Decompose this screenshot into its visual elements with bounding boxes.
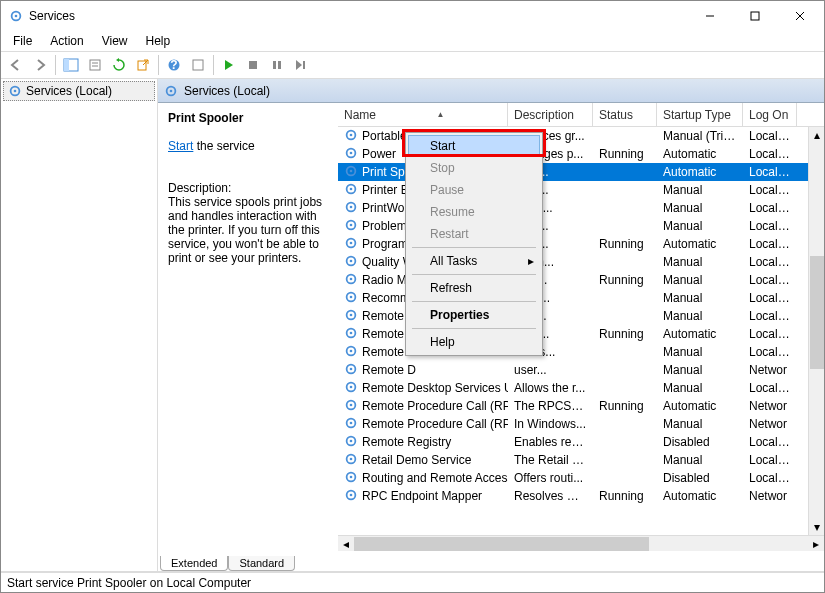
svg-point-40 bbox=[350, 277, 353, 280]
scroll-left-icon[interactable]: ◂ bbox=[338, 536, 354, 552]
ctx-restart: Restart bbox=[408, 223, 540, 245]
menu-file[interactable]: File bbox=[5, 32, 40, 50]
cell-logon: Networ bbox=[743, 363, 797, 377]
gear-icon bbox=[344, 488, 358, 505]
service-row[interactable]: Routing and Remote AccessOffers routi...… bbox=[338, 469, 824, 487]
cell-startup: Automatic bbox=[657, 489, 743, 503]
svg-rect-14 bbox=[193, 60, 203, 70]
gear-icon bbox=[344, 362, 358, 379]
tree-node-label: Services (Local) bbox=[26, 84, 112, 98]
tab-standard[interactable]: Standard bbox=[228, 556, 295, 571]
svg-rect-17 bbox=[278, 61, 281, 69]
restart-icon[interactable] bbox=[290, 54, 312, 76]
service-row[interactable]: Remote RegistryEnables rem...DisabledLoc… bbox=[338, 433, 824, 451]
service-row[interactable]: Remote Desktop Services U...Allows the r… bbox=[338, 379, 824, 397]
menu-action[interactable]: Action bbox=[42, 32, 91, 50]
scroll-right-icon[interactable]: ▸ bbox=[808, 536, 824, 552]
minimize-button[interactable] bbox=[687, 2, 732, 30]
svg-point-36 bbox=[350, 241, 353, 244]
detail-panel: Print Spooler Start the service Descript… bbox=[158, 103, 338, 551]
cell-startup: Manual bbox=[657, 309, 743, 323]
cell-logon: Local Sy bbox=[743, 471, 797, 485]
cell-logon: Local Se bbox=[743, 435, 797, 449]
cell-status: Running bbox=[593, 399, 657, 413]
services-window: Services File Action View Help ? bbox=[0, 0, 825, 593]
ctx-alltasks[interactable]: All Tasks▸ bbox=[408, 250, 540, 272]
gear-icon bbox=[344, 326, 358, 343]
svg-point-38 bbox=[350, 259, 353, 262]
cell-startup: Manual bbox=[657, 363, 743, 377]
h-thumb[interactable] bbox=[354, 537, 649, 551]
service-row[interactable]: Remote Duser...ManualNetwor bbox=[338, 361, 824, 379]
scroll-down-icon[interactable]: ▾ bbox=[809, 519, 824, 535]
svg-point-52 bbox=[350, 385, 353, 388]
ctx-resume: Resume bbox=[408, 201, 540, 223]
sort-asc-icon: ▲ bbox=[380, 110, 501, 119]
gear-icon bbox=[344, 434, 358, 451]
v-thumb[interactable] bbox=[810, 256, 824, 369]
cell-startup: Automatic bbox=[657, 399, 743, 413]
close-button[interactable] bbox=[777, 2, 822, 30]
back-icon[interactable] bbox=[5, 54, 27, 76]
cell-desc: Offers routi... bbox=[508, 471, 593, 485]
vertical-scrollbar[interactable]: ▴ ▾ bbox=[808, 127, 824, 535]
cell-desc: Enables rem... bbox=[508, 435, 593, 449]
ctx-help[interactable]: Help bbox=[408, 331, 540, 353]
ctx-start[interactable]: Start bbox=[408, 135, 540, 157]
ctx-properties[interactable]: Properties bbox=[408, 304, 540, 326]
cell-startup: Manual bbox=[657, 255, 743, 269]
show-hide-tree-icon[interactable] bbox=[60, 54, 82, 76]
service-row[interactable]: Remote Procedure Call (RPC)The RPCSS s..… bbox=[338, 397, 824, 415]
export-icon[interactable] bbox=[132, 54, 154, 76]
maximize-button[interactable] bbox=[732, 2, 777, 30]
tab-extended[interactable]: Extended bbox=[160, 556, 228, 571]
gear-icon bbox=[344, 254, 358, 271]
ctx-refresh[interactable]: Refresh bbox=[408, 277, 540, 299]
content-header: Services (Local) bbox=[158, 79, 824, 103]
help-icon[interactable]: ? bbox=[163, 54, 185, 76]
scroll-up-icon[interactable]: ▴ bbox=[809, 127, 824, 143]
svg-rect-11 bbox=[138, 61, 146, 70]
cell-startup: Automatic bbox=[657, 237, 743, 251]
forward-icon[interactable] bbox=[29, 54, 51, 76]
col-status[interactable]: Status bbox=[593, 103, 657, 126]
horizontal-scrollbar[interactable]: ◂ ▸ bbox=[338, 535, 824, 551]
service-row[interactable]: Retail Demo ServiceThe Retail D...Manual… bbox=[338, 451, 824, 469]
cell-startup: Disabled bbox=[657, 471, 743, 485]
titlebar: Services bbox=[1, 1, 824, 31]
col-logon[interactable]: Log On bbox=[743, 103, 797, 126]
svg-rect-18 bbox=[303, 61, 305, 69]
cell-status: Running bbox=[593, 327, 657, 341]
svg-point-46 bbox=[350, 331, 353, 334]
col-startup[interactable]: Startup Type bbox=[657, 103, 743, 126]
start-icon[interactable] bbox=[218, 54, 240, 76]
service-row[interactable]: RPC Endpoint MapperResolves RP...Running… bbox=[338, 487, 824, 505]
menu-view[interactable]: View bbox=[94, 32, 136, 50]
svg-point-54 bbox=[350, 403, 353, 406]
cell-logon: Networ bbox=[743, 417, 797, 431]
cell-startup: Manual bbox=[657, 201, 743, 215]
gear-icon bbox=[344, 182, 358, 199]
column-headers: Name▲ Description Status Startup Type Lo… bbox=[338, 103, 824, 127]
menu-help[interactable]: Help bbox=[138, 32, 179, 50]
gear-icon bbox=[344, 272, 358, 289]
gear-icon bbox=[344, 344, 358, 361]
cell-logon: Local Sy bbox=[743, 219, 797, 233]
properties-icon[interactable] bbox=[84, 54, 106, 76]
service-row[interactable]: Remote Procedure Call (RP...In Windows..… bbox=[338, 415, 824, 433]
col-name[interactable]: Name▲ bbox=[338, 103, 508, 126]
svg-point-42 bbox=[350, 295, 353, 298]
cell-logon: Local Sy bbox=[743, 147, 797, 161]
start-link[interactable]: Start bbox=[168, 139, 193, 153]
cell-logon: Local Sy bbox=[743, 237, 797, 251]
svg-text:?: ? bbox=[170, 58, 177, 72]
cell-name: Remote Procedure Call (RP... bbox=[362, 417, 508, 431]
refresh-icon[interactable] bbox=[108, 54, 130, 76]
help2-icon[interactable] bbox=[187, 54, 209, 76]
col-description[interactable]: Description bbox=[508, 103, 593, 126]
description-text: This service spools print jobs and handl… bbox=[168, 195, 328, 265]
tree-node-services-local[interactable]: Services (Local) bbox=[3, 81, 155, 101]
stop-icon[interactable] bbox=[242, 54, 264, 76]
cell-desc: The Retail D... bbox=[508, 453, 593, 467]
pause-icon[interactable] bbox=[266, 54, 288, 76]
